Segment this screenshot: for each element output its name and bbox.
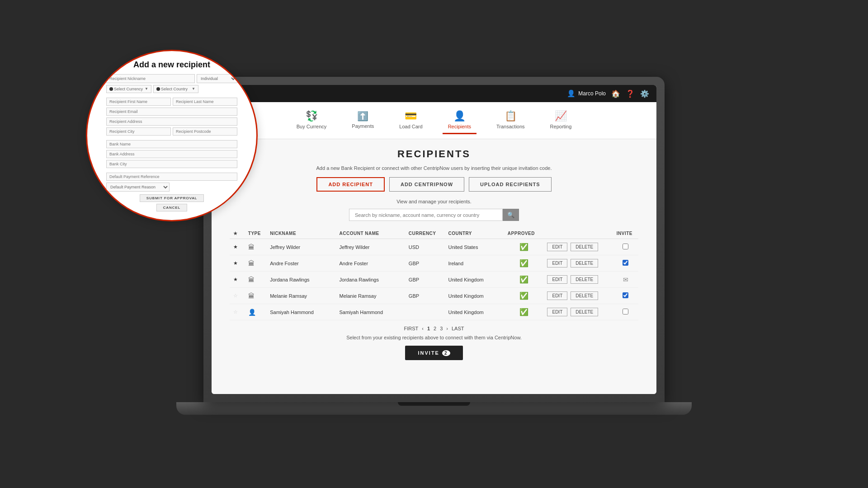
delete-button[interactable]: DELETE <box>571 275 598 284</box>
edit-button[interactable]: EDIT <box>547 308 567 316</box>
popup-postcode-input[interactable] <box>173 127 237 136</box>
edit-button[interactable]: EDIT <box>547 275 567 284</box>
add-recipient-button[interactable]: ADD RECIPIENT <box>316 177 385 192</box>
star-cell[interactable]: ★ <box>230 239 245 255</box>
table-row: ★🏛Andre FosterAndre FosterGBPIreland✅ ED… <box>230 255 638 272</box>
popup-button-row: SUBMIT FOR APPROVAL CANCEL <box>106 194 237 211</box>
nav-payments[interactable]: ⬆️ Payments <box>346 107 379 134</box>
table-header-row: ★ TYPE NICKNAME ACCOUNT NAME CURRENCY CO… <box>230 228 638 239</box>
edit-button[interactable]: EDIT <box>547 243 567 251</box>
nickname-cell: Melanie Ramsay <box>266 288 335 304</box>
currency-label: Select Currency <box>114 87 143 91</box>
nav-buy-currency[interactable]: 💱 Buy Currency <box>291 107 332 134</box>
popup-address-row <box>106 117 237 126</box>
bank-icon: 🏛 <box>248 244 255 251</box>
edit-button[interactable]: EDIT <box>547 291 567 300</box>
invite-button[interactable]: INVITE2 <box>405 346 462 360</box>
edit-button[interactable]: EDIT <box>547 259 567 267</box>
invite-cell <box>613 255 638 272</box>
nav-load-card[interactable]: 💳 Load Card <box>394 107 428 134</box>
popup-bankcity-input[interactable] <box>106 160 237 168</box>
popup-country-select[interactable]: Select Country ▼ <box>153 85 198 93</box>
popup-lastname-input[interactable] <box>173 98 237 106</box>
nav-buy-currency-label: Buy Currency <box>297 124 327 129</box>
user-info: 👤 Marco Polo <box>567 89 606 98</box>
payments-icon: ⬆️ <box>357 111 368 122</box>
account-name-cell: Samiyah Hammond <box>336 304 405 320</box>
pagination-page-3[interactable]: 3 <box>440 326 443 331</box>
popup-city-input[interactable] <box>106 127 171 136</box>
bank-icon: 🏛 <box>248 292 255 300</box>
popup-type-select[interactable]: Individual Business <box>197 74 237 83</box>
star-cell[interactable]: ★ <box>230 272 245 288</box>
nav-reporting[interactable]: 📈 Reporting <box>545 107 577 134</box>
delete-button[interactable]: DELETE <box>571 308 598 316</box>
invite-instruction: Select from your existing recipients abo… <box>230 335 638 340</box>
nickname-cell: Jeffrey Wilder <box>266 239 335 255</box>
recipients-table: ★ TYPE NICKNAME ACCOUNT NAME CURRENCY CO… <box>230 228 638 320</box>
delete-button[interactable]: DELETE <box>571 291 598 300</box>
search-button[interactable]: 🔍 <box>503 209 519 221</box>
type-cell: 👤 <box>245 304 266 320</box>
popup-nickname-input[interactable] <box>106 74 195 83</box>
search-bar: 🔍 <box>230 209 638 221</box>
currency-cell: GBP <box>405 255 445 272</box>
account-name-cell: Andre Foster <box>336 255 405 272</box>
popup-submit-button[interactable]: SUBMIT FOR APPROVAL <box>140 194 204 202</box>
star-cell[interactable]: ☆ <box>230 304 245 320</box>
nav-transactions[interactable]: 📋 Transactions <box>491 107 530 134</box>
add-centripnow-button[interactable]: ADD CENTRIPNOW <box>389 177 464 192</box>
actions-cell: EDIT DELETE <box>543 304 613 320</box>
popup-bankname-input[interactable] <box>106 140 237 148</box>
invite-cell <box>613 239 638 255</box>
pagination-last[interactable]: LAST <box>452 326 464 331</box>
popup-email-row <box>106 108 237 116</box>
invite-checkbox[interactable] <box>623 260 628 266</box>
star-cell[interactable]: ★ <box>230 255 245 272</box>
nav-recipients[interactable]: 👤 Recipients <box>443 107 476 134</box>
pagination-page-1[interactable]: 1 <box>427 326 430 331</box>
pagination-first[interactable]: FIRST <box>404 326 418 331</box>
star-cell[interactable]: ☆ <box>230 288 245 304</box>
popup-currency-select[interactable]: Select Currency ▼ <box>106 85 151 93</box>
popup-bankaddress-input[interactable] <box>106 150 237 158</box>
currency-cell: GBP <box>405 288 445 304</box>
popup-address-input[interactable] <box>106 117 237 126</box>
invite-checkbox[interactable] <box>623 292 628 298</box>
country-cell: Ireland <box>444 255 504 272</box>
pagination-prev[interactable]: ‹ <box>422 326 424 331</box>
upload-recipients-button[interactable]: UPLOAD RECIPIENTS <box>469 177 552 192</box>
invite-checkbox[interactable] <box>623 244 628 249</box>
nav-payments-label: Payments <box>352 123 374 129</box>
popup-ref-input[interactable] <box>106 173 237 181</box>
help-icon[interactable]: ❓ <box>626 89 635 98</box>
nickname-cell: Jordana Rawlings <box>266 272 335 288</box>
star-empty-icon: ☆ <box>233 293 238 298</box>
popup-container: Add a new recipient Individual Business … <box>86 50 258 221</box>
invite-cell <box>613 304 638 320</box>
search-input[interactable] <box>349 209 503 221</box>
popup-email-input[interactable] <box>106 108 237 116</box>
account-name-cell: Melanie Ramsay <box>336 288 405 304</box>
delete-button[interactable]: DELETE <box>571 243 598 251</box>
pagination-next[interactable]: › <box>446 326 448 331</box>
home-icon[interactable]: 🏠 <box>611 89 620 98</box>
popup-cancel-button[interactable]: CANCEL <box>156 204 187 211</box>
table-row: ☆🏛Melanie RamsayMelanie RamsayGBPUnited … <box>230 288 638 304</box>
delete-button[interactable]: DELETE <box>571 259 598 267</box>
popup-reason-select[interactable]: Default Payment Reason <box>106 183 170 192</box>
nav-recipients-label: Recipients <box>448 124 471 129</box>
country-cell: United States <box>444 239 504 255</box>
invite-sent-icon: ✉ <box>623 276 628 283</box>
actions-cell: EDIT DELETE <box>543 288 613 304</box>
country-cell: United Kingdom <box>444 288 504 304</box>
pagination-page-2[interactable]: 2 <box>434 326 436 331</box>
invite-checkbox[interactable] <box>623 309 628 314</box>
col-header-actions <box>543 228 613 239</box>
popup-firstname-input[interactable] <box>106 98 171 106</box>
view-manage-text: View and manage your recipients. <box>230 199 638 204</box>
settings-icon[interactable]: ⚙️ <box>640 89 649 98</box>
laptop-screen: 👤 Marco Polo 🏠 ❓ ⚙️ 💱 Buy Currency ⬆️ Pa… <box>212 85 656 394</box>
pagination: FIRST ‹ 1 2 3 › LAST <box>230 326 638 331</box>
actions-cell: EDIT DELETE <box>543 239 613 255</box>
